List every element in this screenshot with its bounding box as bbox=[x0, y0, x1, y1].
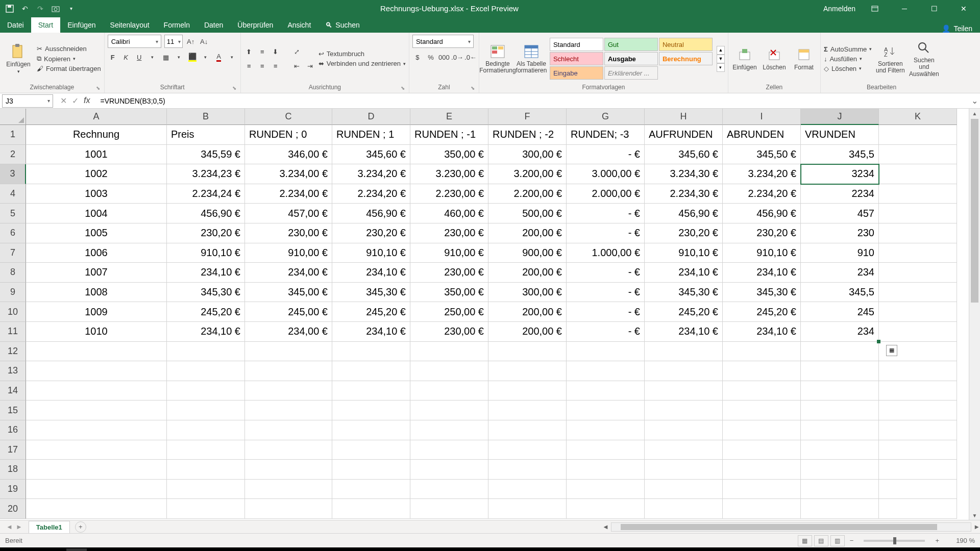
cell-I17[interactable] bbox=[723, 440, 801, 460]
cell-A8[interactable]: 1007 bbox=[26, 263, 167, 283]
cell-B20[interactable] bbox=[167, 499, 245, 519]
sheet-next-icon[interactable]: ► bbox=[16, 523, 22, 531]
cell-F4[interactable]: 2.200,00 € bbox=[488, 184, 567, 204]
style-neutral[interactable]: Neutral bbox=[659, 38, 713, 51]
cell-J14[interactable] bbox=[801, 381, 879, 401]
cell-F12[interactable] bbox=[488, 342, 567, 362]
cell-D9[interactable]: 345,30 € bbox=[332, 283, 410, 303]
cell-G2[interactable]: - € bbox=[567, 145, 645, 165]
cell-F5[interactable]: 500,00 € bbox=[488, 204, 567, 223]
enter-formula-icon[interactable]: ✓ bbox=[72, 96, 79, 106]
cell-H20[interactable] bbox=[645, 499, 723, 519]
styles-down-icon[interactable]: ▼ bbox=[717, 55, 725, 63]
col-header-G[interactable]: G bbox=[567, 109, 645, 125]
cell-H17[interactable] bbox=[645, 440, 723, 460]
cell-G20[interactable] bbox=[567, 499, 645, 519]
cell-C12[interactable] bbox=[245, 342, 332, 362]
cell-H4[interactable]: 2.234,30 € bbox=[645, 184, 723, 204]
cell-K18[interactable] bbox=[879, 460, 957, 480]
cell-E2[interactable]: 350,00 € bbox=[410, 145, 488, 165]
border-icon[interactable]: ▦ bbox=[161, 52, 171, 62]
cell-D11[interactable]: 234,10 € bbox=[332, 322, 410, 342]
ribbon-display-icon[interactable] bbox=[865, 0, 885, 17]
cell-C5[interactable]: 457,00 € bbox=[245, 204, 332, 223]
cell-H8[interactable]: 234,10 € bbox=[645, 263, 723, 283]
bold-button[interactable]: F bbox=[108, 52, 118, 62]
cell-J2[interactable]: 345,5 bbox=[801, 145, 879, 165]
align-middle-icon[interactable]: ≡ bbox=[257, 46, 267, 57]
fill-more-icon[interactable]: ▾ bbox=[201, 52, 211, 62]
col-header-B[interactable]: B bbox=[167, 109, 245, 125]
launcher-icon[interactable]: ⬊ bbox=[471, 85, 475, 91]
cell-F14[interactable] bbox=[488, 381, 567, 401]
insert-cells-button[interactable]: Einfügen bbox=[731, 36, 758, 81]
sort-filter-button[interactable]: AZSortieren und Filtern bbox=[875, 36, 905, 81]
autofill-options-icon[interactable]: ▦ bbox=[886, 345, 897, 356]
format-table-button[interactable]: Als Tabelle formatieren bbox=[516, 36, 547, 81]
cell-F18[interactable] bbox=[488, 460, 567, 480]
cell-E3[interactable]: 3.230,00 € bbox=[410, 164, 488, 184]
tab-review[interactable]: Überprüfen bbox=[230, 17, 280, 33]
cell-H16[interactable] bbox=[645, 420, 723, 440]
cell-G5[interactable]: - € bbox=[567, 204, 645, 223]
underline-more-icon[interactable]: ▾ bbox=[148, 52, 158, 62]
cell-D10[interactable]: 245,20 € bbox=[332, 302, 410, 322]
cell-I4[interactable]: 2.234,20 € bbox=[723, 184, 801, 204]
cell-H12[interactable] bbox=[645, 342, 723, 362]
cell-K15[interactable] bbox=[879, 400, 957, 420]
camera-icon[interactable] bbox=[51, 4, 60, 13]
cell-G8[interactable]: - € bbox=[567, 263, 645, 283]
cell-E9[interactable]: 350,00 € bbox=[410, 283, 488, 303]
font-color-more-icon[interactable]: ▾ bbox=[227, 52, 237, 62]
signin-link[interactable]: Anmelden bbox=[823, 5, 855, 13]
cell-K10[interactable] bbox=[879, 302, 957, 322]
styles-more-icon[interactable]: ▾ bbox=[717, 63, 725, 72]
cell-G9[interactable]: - € bbox=[567, 283, 645, 303]
cell-D13[interactable] bbox=[332, 361, 410, 381]
hscroll-right-icon[interactable]: ► bbox=[973, 523, 980, 531]
cell-F16[interactable] bbox=[488, 420, 567, 440]
grow-font-icon[interactable]: A↑ bbox=[186, 36, 196, 46]
cell-A13[interactable] bbox=[26, 361, 167, 381]
cell-B13[interactable] bbox=[167, 361, 245, 381]
cell-G18[interactable] bbox=[567, 460, 645, 480]
cell-F3[interactable]: 3.200,00 € bbox=[488, 164, 567, 184]
styles-up-icon[interactable]: ▲ bbox=[717, 46, 725, 55]
number-format-combo[interactable]: Standard bbox=[412, 35, 474, 48]
row-header-6[interactable]: 6 bbox=[0, 223, 26, 243]
cell-D3[interactable]: 3.234,20 € bbox=[332, 164, 410, 184]
wrap-text-button[interactable]: ↩Textumbruch bbox=[318, 50, 406, 58]
cell-K6[interactable] bbox=[879, 223, 957, 243]
cell-A16[interactable] bbox=[26, 420, 167, 440]
align-bottom-icon[interactable]: ⬇ bbox=[271, 46, 281, 57]
fill-color-icon[interactable]: ⬛ bbox=[187, 52, 198, 62]
cell-C19[interactable] bbox=[245, 480, 332, 499]
cell-J12[interactable] bbox=[801, 342, 879, 362]
cell-G13[interactable] bbox=[567, 361, 645, 381]
row-header-7[interactable]: 7 bbox=[0, 243, 26, 263]
cell-D8[interactable]: 234,10 € bbox=[332, 263, 410, 283]
cell-J15[interactable] bbox=[801, 400, 879, 420]
cell-A10[interactable]: 1009 bbox=[26, 302, 167, 322]
cell-I1[interactable]: ABRUNDEN bbox=[723, 125, 801, 145]
cell-B4[interactable]: 2.234,24 € bbox=[167, 184, 245, 204]
cell-B3[interactable]: 3.234,23 € bbox=[167, 164, 245, 184]
cell-E5[interactable]: 460,00 € bbox=[410, 204, 488, 223]
indent-dec-icon[interactable]: ⇤ bbox=[292, 61, 302, 71]
excel-taskbar-icon[interactable]: X bbox=[66, 548, 87, 551]
select-all-corner[interactable] bbox=[0, 109, 26, 125]
underline-button[interactable]: U bbox=[134, 52, 144, 62]
cell-K17[interactable] bbox=[879, 440, 957, 460]
cell-F9[interactable]: 300,00 € bbox=[488, 283, 567, 303]
cell-I14[interactable] bbox=[723, 381, 801, 401]
col-header-I[interactable]: I bbox=[723, 109, 801, 125]
cell-B9[interactable]: 345,30 € bbox=[167, 283, 245, 303]
cell-J13[interactable] bbox=[801, 361, 879, 381]
cell-J1[interactable]: VRUNDEN bbox=[801, 125, 879, 145]
cell-I18[interactable] bbox=[723, 460, 801, 480]
cell-B19[interactable] bbox=[167, 480, 245, 499]
paste-button[interactable]: Einfügen▾ bbox=[3, 36, 34, 81]
zoom-in-icon[interactable]: + bbox=[932, 537, 942, 544]
cell-B8[interactable]: 234,10 € bbox=[167, 263, 245, 283]
cell-K9[interactable] bbox=[879, 283, 957, 303]
